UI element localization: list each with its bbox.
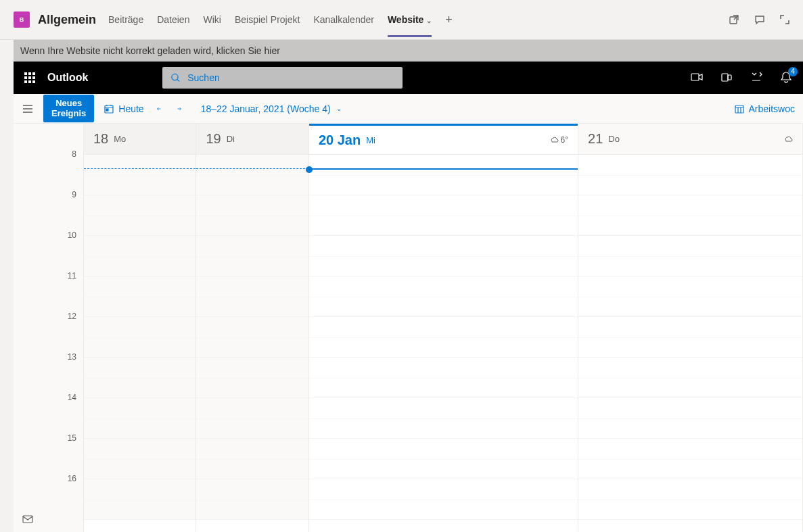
reload-banner[interactable]: Wenn Ihre Website nicht korrekt geladen … — [14, 40, 803, 62]
workweek-icon — [734, 103, 745, 114]
svg-rect-3 — [722, 74, 728, 81]
now-indicator — [84, 168, 196, 169]
today-label: Heute — [118, 103, 143, 114]
notifications-icon[interactable]: 4 — [780, 71, 792, 85]
weather-cloud-icon — [783, 135, 793, 144]
tab-list: Beiträge Dateien Wiki Beispiel Projekt K… — [108, 2, 453, 37]
weather-cloud-icon — [549, 135, 559, 145]
time-label: 16 — [43, 474, 83, 514]
channel-name: Allgemein — [38, 13, 96, 27]
time-label: 10 — [43, 231, 83, 271]
day-name: Di — [227, 134, 235, 144]
notification-badge: 4 — [788, 67, 798, 76]
prev-week-button[interactable] — [154, 103, 164, 114]
day-column-mi-today[interactable]: 20 Jan Mi 6° — [309, 124, 578, 532]
day-name: Mi — [366, 135, 375, 145]
task-icon[interactable] — [750, 71, 762, 85]
time-label: 9 — [43, 190, 83, 231]
day-column-di[interactable]: 19 Di — [196, 124, 308, 532]
mail-icon[interactable] — [22, 513, 34, 525]
chevron-down-icon: ⌄ — [426, 17, 432, 24]
teams-top-bar: B Allgemein Beiträge Dateien Wiki Beispi… — [0, 0, 803, 40]
date-range-label: 18–22 Januar, 2021 (Woche 4) — [201, 103, 331, 114]
calendar-toolbar: Neues Ereignis Heute 18–22 Januar, 2021 … — [14, 94, 803, 124]
tab-website-label: Website — [388, 14, 423, 25]
weather-indicator[interactable]: 6° — [549, 135, 568, 145]
tab-beispiel-projekt[interactable]: Beispiel Projekt — [235, 2, 300, 37]
left-gutter — [14, 124, 43, 532]
now-dot-icon — [306, 166, 313, 173]
search-icon — [170, 72, 181, 83]
weather-indicator[interactable] — [783, 135, 793, 144]
time-label: 11 — [43, 271, 83, 312]
day-header[interactable]: 21 Do — [578, 124, 802, 155]
day-header-today[interactable]: 20 Jan Mi 6° — [309, 124, 578, 155]
meet-now-icon[interactable] — [691, 71, 703, 85]
calendar-surface: 8 9 10 11 12 13 14 15 16 18 Mo 19 Di — [14, 124, 803, 532]
today-button[interactable]: Heute — [104, 103, 143, 114]
day-number: 20 Jan — [319, 132, 361, 148]
chevron-down-icon: ⌄ — [336, 105, 342, 112]
day-number: 18 — [93, 131, 108, 147]
popout-icon[interactable] — [729, 14, 739, 25]
outlook-icons: 4 — [691, 71, 792, 85]
day-number: 21 — [588, 131, 603, 147]
new-event-button[interactable]: Neues Ereignis — [43, 95, 94, 123]
tab-website[interactable]: Website⌄ — [388, 2, 432, 37]
day-name: Mo — [114, 134, 126, 144]
svg-rect-8 — [23, 516, 32, 523]
svg-rect-4 — [728, 75, 731, 80]
day-body[interactable] — [309, 155, 578, 520]
now-indicator — [309, 168, 578, 170]
date-range-picker[interactable]: 18–22 Januar, 2021 (Woche 4) ⌄ — [201, 103, 342, 114]
calendar-today-icon — [104, 103, 114, 114]
day-column-do[interactable]: 21 Do — [578, 124, 803, 532]
time-label: 14 — [43, 393, 83, 433]
search-input[interactable] — [187, 72, 394, 83]
day-body[interactable] — [578, 155, 802, 520]
day-column-mo[interactable]: 18 Mo — [84, 124, 196, 532]
view-label: Arbeitswoc — [749, 103, 795, 114]
add-tab-button[interactable]: + — [445, 13, 453, 27]
time-column: 8 9 10 11 12 13 14 15 16 — [43, 124, 84, 532]
day-header[interactable]: 19 Di — [196, 124, 308, 155]
day-number: 19 — [206, 131, 221, 147]
day-name: Do — [608, 134, 620, 144]
new-event-line1: Neues — [51, 99, 86, 109]
outlook-title: Outlook — [47, 72, 88, 84]
hamburger-icon[interactable] — [22, 103, 34, 115]
tab-dateien[interactable]: Dateien — [157, 2, 189, 37]
chat-icon[interactable] — [754, 14, 765, 25]
teams-icon[interactable] — [720, 71, 733, 85]
outlook-bar: Outlook 4 — [14, 62, 803, 94]
now-indicator — [196, 168, 308, 169]
day-columns: 18 Mo 19 Di 20 Jan Mi — [84, 124, 803, 532]
view-selector[interactable]: Arbeitswoc — [734, 103, 795, 114]
svg-rect-7 — [735, 105, 743, 113]
time-label: 8 — [43, 149, 83, 190]
next-week-button[interactable] — [174, 103, 185, 114]
app-launcher-icon[interactable] — [24, 72, 35, 83]
team-badge[interactable]: B — [14, 11, 30, 28]
new-event-line2: Ereignis — [51, 109, 86, 119]
time-label: 15 — [43, 433, 83, 474]
day-header[interactable]: 18 Mo — [84, 124, 196, 155]
svg-rect-6 — [106, 109, 108, 111]
day-body[interactable] — [84, 155, 196, 520]
expand-icon[interactable] — [780, 15, 789, 24]
time-label: 13 — [43, 352, 83, 393]
weather-temp: 6° — [561, 135, 568, 145]
day-body[interactable] — [196, 155, 308, 520]
teams-right-icons — [729, 14, 789, 25]
svg-rect-2 — [691, 74, 699, 80]
tab-beitraege[interactable]: Beiträge — [108, 2, 143, 37]
svg-point-1 — [172, 74, 178, 80]
search-box[interactable] — [162, 67, 403, 89]
tab-kanalkalender[interactable]: Kanalkalender — [313, 2, 374, 37]
time-label: 12 — [43, 312, 83, 352]
tab-wiki[interactable]: Wiki — [203, 2, 221, 37]
